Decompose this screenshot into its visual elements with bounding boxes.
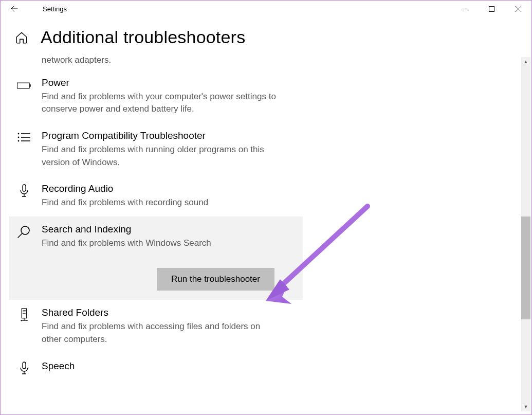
back-button[interactable] [10,1,30,17]
item-desc: Find and fix problems with recording sou… [42,196,278,209]
microphone-icon [16,362,32,376]
scroll-thumb[interactable] [521,216,530,319]
svg-rect-6 [23,185,26,191]
svg-rect-2 [30,84,31,86]
minimize-icon [462,6,468,12]
svg-point-9 [21,320,22,321]
item-title: Power [42,77,297,88]
content-viewport: network adapters. Power Find and fix pro… [9,57,520,412]
list-icon [16,131,32,146]
item-title: Recording Audio [42,183,297,194]
close-button[interactable] [505,1,531,17]
svg-point-4 [18,137,20,138]
troubleshooter-item-program-compat[interactable]: Program Compatibility Troubleshooter Fin… [9,123,303,176]
maximize-icon [489,6,494,12]
item-desc: Find and fix problems with accessing fil… [42,320,278,346]
scroll-up-arrow[interactable]: ▲ [521,57,530,66]
home-icon[interactable] [15,31,28,44]
partial-item-desc: network adapters. [42,57,278,67]
item-title: Search and Indexing [42,224,297,235]
troubleshooter-item-power[interactable]: Power Find and fix problems with your co… [9,70,303,123]
titlebar: Settings [1,1,531,17]
svg-rect-11 [23,362,26,369]
svg-point-5 [18,140,20,142]
svg-point-10 [26,320,27,321]
maximize-button[interactable] [478,1,505,17]
svg-point-3 [18,133,20,135]
window-controls [451,1,531,17]
server-icon [16,308,32,322]
microphone-icon [16,184,32,199]
search-icon [16,225,32,239]
page-title: Additional troubleshooters [41,27,245,47]
item-title: Shared Folders [42,307,297,318]
troubleshooter-item-recording-audio[interactable]: Recording Audio Find and fix problems wi… [9,176,303,216]
item-title: Program Compatibility Troubleshooter [42,130,297,141]
close-icon [516,6,521,12]
svg-rect-0 [489,6,494,11]
svg-rect-1 [17,83,29,88]
troubleshooter-item-shared-folders[interactable]: Shared Folders Find and fix problems wit… [9,300,303,353]
troubleshooter-item-speech[interactable]: Speech [9,353,303,383]
troubleshooter-item-search-indexing[interactable]: Search and Indexing Find and fix problem… [9,216,303,300]
item-title: Speech [42,360,297,372]
arrow-left-icon [10,4,19,13]
minimize-button[interactable] [451,1,478,17]
window-title: Settings [43,5,67,13]
scrollbar[interactable]: ▲ ▼ [521,57,530,411]
troubleshooter-list: network adapters. Power Find and fix pro… [9,57,520,383]
battery-icon [16,78,32,93]
run-troubleshooter-button[interactable]: Run the troubleshooter [157,268,274,291]
item-desc: Find and fix problems with your computer… [42,91,278,116]
item-desc: Find and fix problems with Windows Searc… [42,237,278,250]
page-header: Additional troubleshooters [1,17,531,52]
scroll-down-arrow[interactable]: ▼ [521,402,530,411]
item-desc: Find and fix problems with running older… [42,143,278,169]
